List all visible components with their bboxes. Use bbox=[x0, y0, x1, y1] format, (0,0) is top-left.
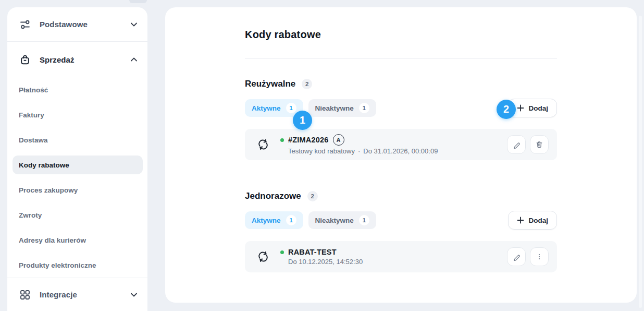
page-title: Kody rabatowe bbox=[245, 7, 557, 41]
chevron-up-icon bbox=[131, 57, 137, 62]
sidebar-group-label: Podstawowe bbox=[40, 20, 88, 29]
tab-nieaktywne[interactable]: Nieaktywne 1 bbox=[308, 99, 376, 117]
sidebar-group-sprzedaz[interactable]: Sprzedaż bbox=[7, 42, 147, 77]
discount-code-name: #ZIMA2026 bbox=[288, 136, 329, 144]
scrollbar[interactable] bbox=[639, 16, 642, 308]
cutoff-top-element bbox=[129, 0, 147, 3]
code-expiry: Do 31.01.2026, 00:00:09 bbox=[363, 147, 438, 155]
repeat-icon bbox=[256, 138, 270, 151]
more-options-button[interactable] bbox=[530, 247, 549, 266]
tab-label: Aktywne bbox=[252, 217, 281, 224]
kebab-icon bbox=[535, 253, 543, 261]
section-count-badge: 2 bbox=[307, 191, 318, 201]
sidebar-item-proces-zakupowy[interactable]: Proces zakupowy bbox=[7, 177, 147, 202]
discount-code-row: RABAT-TEST Do 10.12.2025, 14:52:30 bbox=[245, 241, 557, 272]
tabs-row: Aktywne 1 Nieaktywne 1 Dodaj bbox=[245, 211, 557, 230]
edit-button[interactable] bbox=[507, 247, 526, 266]
settings-sidebar: Podstawowe Sprzedaż Płatność Faktury Dos… bbox=[7, 7, 147, 311]
section-count-badge: 2 bbox=[302, 79, 312, 89]
sliders-icon bbox=[19, 18, 31, 31]
discount-codes-panel: Kody rabatowe Reużywalne 2 Aktywne 1 Nie… bbox=[165, 7, 637, 303]
row-main: RABAT-TEST Do 10.12.2025, 14:52:30 bbox=[280, 248, 363, 266]
sidebar-item-label: Płatność bbox=[19, 86, 48, 94]
tab-count-badge: 1 bbox=[359, 215, 369, 225]
sidebar-item-label: Adresy dla kurierów bbox=[19, 236, 86, 244]
tab-label: Aktywne bbox=[252, 104, 281, 112]
active-item-pill: Kody rabatowe bbox=[13, 156, 143, 174]
plus-icon bbox=[517, 104, 524, 112]
discount-code-row: #ZIMA2026 A Testowy kod rabatowy · Do 31… bbox=[245, 129, 557, 160]
tab-count-badge: 1 bbox=[359, 103, 369, 113]
sidebar-item-faktury[interactable]: Faktury bbox=[7, 102, 147, 127]
tab-label: Nieaktywne bbox=[315, 104, 354, 112]
sidebar-group-podstawowe[interactable]: Podstawowe bbox=[7, 7, 147, 42]
sidebar-item-kody-rabatowe[interactable]: Kody rabatowe bbox=[13, 152, 143, 177]
bag-icon bbox=[19, 53, 31, 66]
sidebar-item-platnosc[interactable]: Płatność bbox=[7, 77, 147, 102]
status-active-dot bbox=[280, 250, 284, 254]
repeat-icon bbox=[256, 250, 270, 264]
chevron-down-icon bbox=[131, 22, 137, 27]
edit-icon bbox=[512, 140, 521, 149]
sidebar-item-label: Kody rabatowe bbox=[19, 161, 69, 169]
row-subtext: Do 10.12.2025, 14:52:30 bbox=[288, 258, 363, 266]
row-actions bbox=[507, 247, 549, 266]
sidebar-item-label: Dostawa bbox=[19, 136, 48, 144]
tab-count-badge: 1 bbox=[286, 103, 296, 113]
add-code-button[interactable]: Dodaj bbox=[508, 211, 557, 230]
sidebar-item-label: Faktury bbox=[19, 111, 44, 119]
section-title: Jednorazowe bbox=[245, 191, 301, 201]
add-button-label: Dodaj bbox=[528, 104, 548, 112]
plus-icon bbox=[517, 217, 524, 224]
sidebar-item-label: Produkty elektroniczne bbox=[19, 261, 96, 269]
row-actions bbox=[507, 135, 549, 154]
sidebar-item-produkty-elektroniczne[interactable]: Produkty elektroniczne bbox=[7, 253, 147, 278]
code-expiry: Do 10.12.2025, 14:52:30 bbox=[288, 258, 363, 266]
code-description: Testowy kod rabatowy bbox=[288, 147, 355, 155]
discount-code-name: RABAT-TEST bbox=[288, 248, 337, 256]
status-active-dot bbox=[280, 138, 284, 142]
chevron-down-icon bbox=[131, 293, 137, 297]
dot-separator: · bbox=[358, 147, 360, 155]
tab-count-badge: 1 bbox=[286, 215, 296, 225]
tab-label: Nieaktywne bbox=[315, 217, 354, 224]
divider bbox=[245, 58, 557, 59]
status-tabs: Aktywne 1 Nieaktywne 1 bbox=[245, 99, 376, 117]
tab-aktywne[interactable]: Aktywne 1 bbox=[245, 211, 303, 229]
edit-icon bbox=[512, 253, 521, 261]
grid-icon bbox=[19, 289, 31, 301]
edit-button[interactable] bbox=[507, 135, 526, 154]
delete-button[interactable] bbox=[530, 135, 549, 154]
row-subtext: Testowy kod rabatowy · Do 31.01.2026, 00… bbox=[288, 147, 438, 155]
tab-nieaktywne[interactable]: Nieaktywne 1 bbox=[308, 211, 376, 229]
sidebar-items-sprzedaz: Płatność Faktury Dostawa Kody rabatowe P… bbox=[7, 77, 147, 278]
trash-icon bbox=[535, 140, 543, 149]
status-tabs: Aktywne 1 Nieaktywne 1 bbox=[245, 211, 376, 229]
sidebar-item-label: Proces zakupowy bbox=[19, 186, 78, 194]
annotation-step-2: 2 bbox=[497, 100, 516, 119]
sidebar-group-integracje[interactable]: Integracje bbox=[7, 278, 147, 311]
sidebar-item-adresy-dla-kurierow[interactable]: Adresy dla kurierów bbox=[7, 228, 147, 253]
section-title: Reużywalne bbox=[245, 79, 295, 89]
section-heading-jednorazowe: Jednorazowe 2 bbox=[245, 191, 557, 201]
sidebar-group-label: Sprzedaż bbox=[40, 55, 75, 64]
sidebar-item-dostawa[interactable]: Dostawa bbox=[7, 127, 147, 152]
sidebar-group-label: Integracje bbox=[40, 290, 77, 299]
section-heading-reuzywalne: Reużywalne 2 bbox=[245, 79, 557, 89]
sidebar-item-label: Zwroty bbox=[19, 211, 42, 219]
row-main: #ZIMA2026 A Testowy kod rabatowy · Do 31… bbox=[280, 134, 438, 155]
annotation-step-1: 1 bbox=[293, 111, 312, 130]
add-button-label: Dodaj bbox=[528, 217, 548, 224]
sidebar-item-zwroty[interactable]: Zwroty bbox=[7, 202, 147, 228]
code-type-badge: A bbox=[333, 134, 344, 146]
